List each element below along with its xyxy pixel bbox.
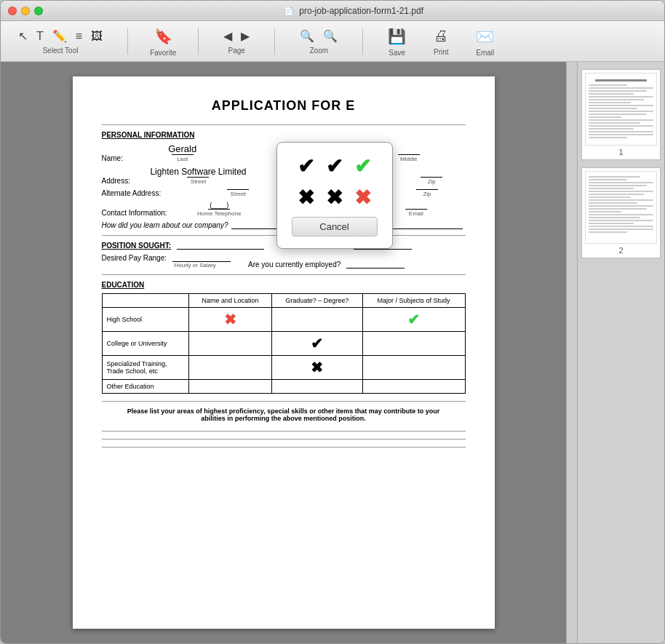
- table-row: High School ✖ ✔: [102, 308, 465, 332]
- next-page-button[interactable]: ▶: [238, 28, 252, 44]
- scrollbar[interactable]: [566, 62, 577, 643]
- x-black-icon: ✖: [311, 359, 323, 375]
- edu-row-highschool-major: ✔: [362, 308, 465, 332]
- skills-line-1: [102, 431, 466, 432]
- symbol-picker-popup[interactable]: ✔ ✔ ✔ ✖ ✖ ✖ Cancel: [276, 142, 393, 249]
- edu-col-0: [102, 294, 189, 308]
- email-label: Email: [476, 49, 494, 57]
- table-row: College or University ✔: [102, 332, 465, 356]
- minimize-button[interactable]: [21, 7, 30, 15]
- alt-street-line: [227, 189, 249, 190]
- pay-row: Desired Pay Range: Hourly or Salary Are …: [102, 254, 466, 269]
- edu-col-major: Major / Subjects of Study: [362, 294, 465, 308]
- email-label: Email: [409, 210, 423, 217]
- print-button[interactable]: 🖨: [431, 26, 451, 46]
- toolbar-group-favorite: 🔖 Favorite: [150, 26, 176, 57]
- check-green-icon: ✔: [407, 311, 420, 327]
- edu-col-grad: Graduate? – Degree?: [271, 294, 362, 308]
- pdf-viewer[interactable]: ✔ ✔ ✔ ✖ ✖ ✖ Cancel APPLICATION FOR E: [1, 62, 566, 643]
- employed-field: Are you currently employed?: [248, 261, 407, 269]
- home-tel-label: Home Telephone: [197, 210, 241, 217]
- last-name-value: Gerald: [168, 143, 196, 154]
- zoom-icons: 🔍 🔍: [297, 28, 341, 44]
- thumb-img-1: [585, 73, 657, 146]
- check-black-option[interactable]: ✔: [298, 154, 314, 178]
- list-tool-button[interactable]: ≡: [73, 28, 85, 44]
- titlebar: 📄 pro-job-application-form1-21.pdf: [1, 1, 664, 21]
- check-black-option-2[interactable]: ✔: [326, 154, 343, 178]
- save-button[interactable]: 💾: [385, 26, 409, 47]
- thumb-lines-2: [586, 172, 656, 237]
- home-tel-field: (____) Home Telephone: [172, 202, 266, 217]
- close-button[interactable]: [8, 7, 17, 15]
- hourly-sub: Hourly or Salary: [175, 262, 234, 269]
- x-red-option[interactable]: ✖: [354, 186, 371, 210]
- education-table: Name and Location Graduate? – Degree? Ma…: [102, 293, 466, 394]
- toolbar-group-email: ✉️ Email: [473, 26, 497, 57]
- edu-row-highschool-name: ✖: [189, 308, 272, 332]
- image-tool-button[interactable]: 🖼: [88, 28, 105, 44]
- pdf-icon: 📄: [284, 7, 294, 15]
- favorite-label: Favorite: [150, 49, 176, 57]
- edu-row-trade-major: [362, 356, 465, 380]
- zip-field: Zip: [400, 177, 463, 185]
- email-line: [405, 209, 427, 210]
- window-title: 📄 pro-job-application-form1-21.pdf: [50, 6, 657, 16]
- check-green-option[interactable]: ✔: [354, 154, 371, 178]
- zip-label: Zip: [428, 178, 436, 185]
- edu-row-college-name: [189, 332, 272, 356]
- last-name-line: [172, 154, 194, 155]
- pay-field: Desired Pay Range: Hourly or Salary: [102, 254, 234, 269]
- print-label: Print: [434, 48, 449, 56]
- text-tool-button[interactable]: T: [33, 28, 47, 44]
- cancel-button[interactable]: Cancel: [292, 217, 378, 236]
- check-row: ✔ ✔ ✔: [292, 154, 378, 178]
- pay-label: Desired Pay Range:: [102, 254, 167, 262]
- thumb-lines-1: [586, 73, 656, 143]
- title-divider: [102, 124, 466, 125]
- table-row: Other Education: [102, 380, 465, 394]
- toolbar-group-save: 💾 Save: [385, 26, 409, 57]
- alt-address-label: Alternate Address:: [102, 189, 162, 197]
- skills-line-2: [102, 439, 466, 440]
- contact-label: Contact Information:: [102, 209, 167, 217]
- middle-label: Middle: [400, 156, 418, 162]
- education-header: EDUCATION: [102, 281, 466, 289]
- zoom-in-button[interactable]: 🔍: [320, 28, 341, 44]
- position-line: [177, 249, 264, 250]
- favorite-button[interactable]: 🔖: [151, 26, 175, 47]
- edit-tool-button[interactable]: ✏️: [49, 28, 70, 44]
- traffic-lights: [8, 7, 43, 15]
- email-button[interactable]: ✉️: [473, 26, 497, 47]
- alt-zip-field: Zip: [391, 189, 463, 197]
- edu-row-college-major: [362, 332, 465, 356]
- prev-page-button[interactable]: ◀: [220, 28, 235, 44]
- skills-line-3: [102, 447, 466, 448]
- last-label: Last: [177, 156, 188, 162]
- thumb-num-2: 2: [585, 246, 657, 255]
- alt-zip-line: [416, 189, 438, 190]
- x-red-icon: ✖: [224, 311, 236, 327]
- thumbnail-2[interactable]: 2: [581, 167, 661, 258]
- app-window: 📄 pro-job-application-form1-21.pdf ↖ T ✏…: [0, 0, 665, 644]
- form-title: APPLICATION FOR E: [102, 98, 466, 114]
- x-black-option-2[interactable]: ✖: [326, 186, 343, 210]
- toolbar-group-tools: ↖ T ✏️ ≡ 🖼 Select Tool: [15, 28, 105, 55]
- last-name-field: Gerald Last: [128, 143, 237, 162]
- select-tool-label: Select Tool: [43, 47, 79, 55]
- alt-zip-label: Zip: [423, 191, 431, 197]
- maximize-button[interactable]: [34, 7, 43, 15]
- zoom-out-button[interactable]: 🔍: [297, 28, 317, 44]
- edu-col-name: Name and Location: [189, 294, 272, 308]
- edu-row-trade-grad: ✖: [271, 356, 362, 380]
- start-date-line: [354, 249, 412, 250]
- x-black-option[interactable]: ✖: [298, 186, 314, 210]
- position-field: POSITION SOUGHT:: [102, 242, 268, 250]
- thumbnail-1[interactable]: 1: [581, 69, 661, 160]
- select-tool-button[interactable]: ↖: [15, 28, 31, 44]
- edu-row-other-major: [362, 380, 465, 394]
- home-tel-line: [208, 209, 230, 210]
- tool-icons: ↖ T ✏️ ≡ 🖼: [15, 28, 105, 44]
- separator-1: [127, 28, 128, 55]
- pdf-page: ✔ ✔ ✔ ✖ ✖ ✖ Cancel APPLICATION FOR E: [73, 76, 495, 629]
